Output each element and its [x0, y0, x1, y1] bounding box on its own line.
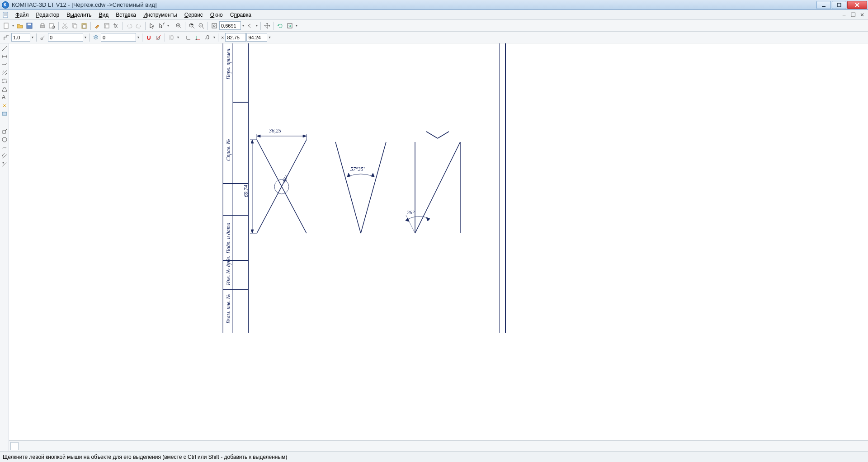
- zoom-input[interactable]: [219, 21, 241, 30]
- menu-help[interactable]: Справка: [226, 11, 255, 19]
- snap-toggle-button[interactable]: [144, 33, 153, 42]
- cursor-button[interactable]: [147, 21, 156, 30]
- refresh-button[interactable]: [276, 21, 285, 30]
- svg-line-105: [415, 142, 460, 233]
- dim-angle1: 48°: [280, 174, 290, 184]
- help-cursor-button[interactable]: ?: [157, 21, 166, 30]
- svg-line-102: [361, 142, 386, 233]
- new-dropdown[interactable]: ▼: [11, 24, 15, 27]
- paste-button[interactable]: [80, 21, 89, 30]
- save-button[interactable]: [25, 21, 34, 30]
- tool-spec-icon[interactable]: [1, 102, 8, 109]
- tool-geometry-icon[interactable]: [1, 45, 8, 52]
- ortho-button[interactable]: [184, 33, 193, 42]
- mdi-minimize-button[interactable]: –: [841, 12, 847, 18]
- tool-misc-icon[interactable]: [1, 160, 8, 168]
- step-dropdown[interactable]: ▼: [31, 36, 34, 39]
- menu-file[interactable]: Файл: [12, 11, 33, 19]
- rebuild-button[interactable]: [285, 21, 294, 30]
- zoom-fit-button[interactable]: [210, 21, 219, 30]
- tool-param-icon[interactable]: [1, 85, 8, 93]
- tool-measure-icon[interactable]: A: [1, 94, 8, 101]
- grid-button[interactable]: [167, 33, 176, 42]
- window-title: КОМПАС-3D LT V12 - [Чертеж.cdw ->Системн…: [12, 1, 157, 8]
- cut-button[interactable]: [61, 21, 70, 30]
- svg-rect-42: [288, 24, 292, 28]
- tool-dimension-icon[interactable]: [1, 53, 8, 60]
- new-button[interactable]: [2, 21, 11, 30]
- maximize-button[interactable]: [832, 1, 846, 9]
- local-cs-button[interactable]: [193, 33, 203, 42]
- zoom-prev-button[interactable]: [245, 21, 255, 30]
- coord-x-input[interactable]: [225, 33, 246, 42]
- state-end-dropdown[interactable]: ▼: [212, 36, 216, 39]
- redo-button[interactable]: [134, 21, 143, 30]
- toolbar-end-dropdown[interactable]: ▼: [295, 24, 298, 27]
- state2-input[interactable]: [101, 33, 136, 42]
- zoom-in-button[interactable]: +: [187, 21, 196, 30]
- tool-circle-icon[interactable]: [1, 144, 8, 151]
- mdi-restore-button[interactable]: ❐: [850, 12, 856, 18]
- coord-y-input[interactable]: [246, 33, 267, 42]
- svg-text:-: -: [200, 23, 202, 28]
- state1-input[interactable]: [48, 33, 83, 42]
- menu-editor[interactable]: Редактор: [33, 11, 63, 19]
- menu-insert[interactable]: Вставка: [112, 11, 140, 19]
- variables-button[interactable]: fx: [112, 21, 121, 30]
- menu-select[interactable]: Выделить: [63, 11, 95, 19]
- snap-off-button[interactable]: [154, 33, 163, 42]
- properties-button[interactable]: [102, 21, 111, 30]
- svg-line-106: [426, 132, 438, 138]
- cursor-dropdown[interactable]: ▼: [166, 24, 170, 27]
- svg-line-36: [202, 27, 204, 28]
- tool-lib-icon[interactable]: [1, 110, 8, 117]
- svg-rect-22: [83, 25, 86, 28]
- open-button[interactable]: [15, 21, 24, 30]
- layer-button[interactable]: [91, 33, 100, 42]
- svg-line-101: [335, 142, 361, 233]
- drawing-canvas[interactable]: Перв. примен. Справ. № Подп. и дата Инв.…: [9, 43, 868, 440]
- frame-label-1: Справ. №: [225, 139, 231, 161]
- tool-edit-icon[interactable]: [1, 77, 8, 85]
- svg-line-68: [2, 71, 4, 72]
- preview-button[interactable]: [47, 21, 57, 30]
- tool-point-icon[interactable]: [1, 128, 8, 135]
- mdi-close-button[interactable]: ✕: [859, 12, 865, 18]
- statusbar: Щелкните левой кнопкой мыши на объекте д…: [0, 451, 868, 462]
- menu-tools[interactable]: Инструменты: [140, 11, 181, 19]
- tool-annotation-icon[interactable]: [1, 61, 8, 68]
- panel-tab[interactable]: [10, 442, 19, 450]
- zoom-dropdown[interactable]: ▼: [241, 24, 245, 27]
- coord-end-dropdown[interactable]: ▼: [268, 36, 271, 39]
- menu-service[interactable]: Сервис: [181, 11, 207, 19]
- step-button[interactable]: [2, 33, 11, 42]
- state1-dropdown[interactable]: ▼: [84, 36, 87, 39]
- zoom-out-button[interactable]: -: [197, 21, 206, 30]
- svg-rect-8: [4, 23, 8, 28]
- zoom-area-button[interactable]: [174, 21, 183, 30]
- tool-arc-icon[interactable]: [1, 152, 8, 160]
- copy-button[interactable]: [70, 21, 79, 30]
- svg-rect-1: [837, 3, 841, 7]
- tool-line-icon[interactable]: [1, 136, 8, 143]
- svg-rect-12: [41, 24, 44, 25]
- grid-dropdown[interactable]: ▼: [176, 36, 180, 39]
- pan-button[interactable]: [263, 21, 272, 30]
- brush-button[interactable]: [93, 21, 102, 30]
- zoom-prev-dropdown[interactable]: ▼: [255, 24, 259, 27]
- menu-window[interactable]: Окно: [207, 11, 226, 19]
- state-button[interactable]: [38, 33, 47, 42]
- svg-rect-71: [3, 79, 6, 83]
- print-button[interactable]: [38, 21, 47, 30]
- svg-rect-38: [212, 24, 217, 28]
- doc-icon[interactable]: [1, 11, 10, 19]
- round-button[interactable]: .0: [203, 33, 212, 42]
- tool-hatch-icon[interactable]: [1, 69, 8, 76]
- svg-point-78: [2, 137, 7, 142]
- step-input[interactable]: [11, 33, 30, 42]
- undo-button[interactable]: [125, 21, 134, 30]
- close-button[interactable]: [847, 1, 867, 9]
- menu-view[interactable]: Вид: [95, 11, 113, 19]
- minimize-button[interactable]: [816, 1, 831, 9]
- state2-dropdown[interactable]: ▼: [137, 36, 140, 39]
